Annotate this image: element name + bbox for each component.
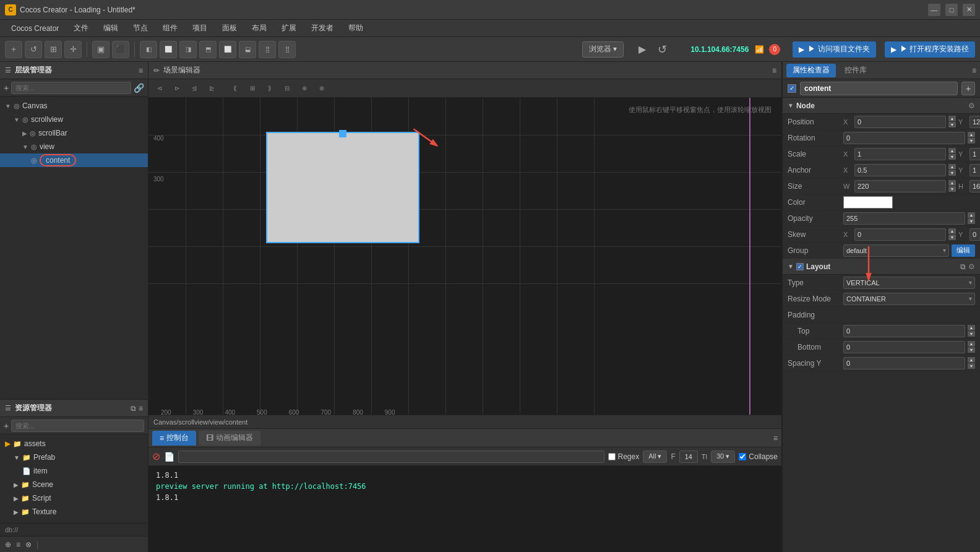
layout-checkbox[interactable]: ✓ — [796, 263, 804, 270]
anchor-x-input[interactable] — [854, 164, 946, 176]
console-file-button[interactable]: 📄 — [164, 452, 174, 462]
size2-button[interactable]: 30 ▾ — [711, 451, 735, 463]
tree-item-view[interactable]: ▼ ◎ view — [0, 140, 148, 153]
padding-top-up[interactable]: ▲ — [968, 325, 975, 330]
position-x-input[interactable] — [854, 116, 946, 128]
refresh-button[interactable]: ↺ — [653, 41, 671, 58]
menu-extend[interactable]: 扩展 — [275, 21, 303, 35]
scene-tool-6[interactable]: ⊞ — [245, 82, 260, 95]
tree-item-content[interactable]: ◎ content — [0, 153, 148, 167]
menu-project[interactable]: 项目 — [186, 21, 213, 35]
toolbar-refresh-button[interactable]: ↺ — [25, 41, 42, 58]
skew-x-down[interactable]: ▼ — [948, 235, 956, 240]
animation-tab[interactable]: 🎞 动画编辑器 — [199, 431, 260, 446]
scene-tool-8[interactable]: ⊟ — [280, 82, 294, 95]
menu-layout[interactable]: 布局 — [246, 21, 273, 35]
inspector-tab-widgets[interactable]: 控件库 — [838, 64, 873, 77]
left-bottom-icon1[interactable]: ⊕ — [5, 540, 11, 549]
anchor-x-up[interactable]: ▲ — [948, 164, 956, 170]
group-dropdown[interactable]: default ▾ — [843, 244, 949, 257]
opacity-input[interactable] — [843, 212, 965, 225]
size-w-input[interactable] — [854, 180, 946, 192]
hierarchy-search-input[interactable] — [11, 82, 131, 94]
assets-item-texture[interactable]: ▶ 📁 Texture — [0, 505, 148, 519]
toolbar-rect-button[interactable]: ▣ — [92, 41, 110, 58]
scene-tool-5[interactable]: ⟪ — [228, 82, 243, 95]
pos-x-up[interactable]: ▲ — [948, 116, 956, 121]
layout-section-gear[interactable]: ⚙ — [968, 262, 975, 271]
skew-x-up[interactable]: ▲ — [948, 228, 956, 234]
assets-item-prefab[interactable]: ▼ 📁 Prefab — [0, 451, 148, 464]
play-button[interactable]: ▶ — [634, 41, 651, 58]
padding-bottom-down[interactable]: ▼ — [968, 347, 975, 353]
scene-menu-icon[interactable]: ≡ — [772, 66, 776, 75]
assets-copy-icon[interactable]: ⧉ — [131, 404, 136, 413]
rotation-input[interactable] — [843, 132, 965, 144]
group-edit-button[interactable]: 编辑 — [952, 244, 975, 257]
menu-edit[interactable]: 编辑 — [97, 21, 124, 35]
size-w-down[interactable]: ▼ — [948, 186, 956, 192]
opacity-down[interactable]: ▼ — [968, 218, 975, 224]
content-rect[interactable] — [266, 132, 419, 243]
toolbar-transform-button[interactable]: ⬛ — [112, 41, 129, 58]
node-checkbox[interactable]: ✓ — [788, 84, 796, 93]
handle-top-center[interactable] — [339, 130, 346, 137]
scene-tool-9[interactable]: ⊕ — [297, 82, 312, 95]
assets-menu-icon[interactable]: ≡ — [139, 404, 143, 413]
regex-check-input[interactable] — [608, 453, 616, 460]
skew-y-input[interactable] — [969, 228, 980, 241]
type-dropdown[interactable]: VERTICAL ▾ — [843, 277, 975, 289]
padding-bottom-up[interactable]: ▲ — [968, 341, 975, 347]
hierarchy-menu-icon[interactable]: ≡ — [139, 66, 143, 75]
toolbar-align-right[interactable]: ◨ — [179, 41, 197, 58]
opacity-up[interactable]: ▲ — [968, 212, 975, 218]
menu-help[interactable]: 帮助 — [342, 21, 369, 35]
anchor-y-input[interactable] — [969, 164, 980, 176]
spacing-y-up[interactable]: ▲ — [968, 357, 975, 363]
hierarchy-add-button[interactable]: + — [4, 83, 9, 93]
visit-project-button[interactable]: ▶ ▶ 访问项目文件夹 — [793, 41, 875, 58]
position-y-input[interactable] — [969, 116, 980, 128]
inspector-menu-icon[interactable]: ≡ — [972, 66, 976, 75]
menu-component[interactable]: 组件 — [157, 21, 184, 35]
browser-button[interactable]: 浏览器 ▾ — [582, 41, 624, 58]
filter-all-button[interactable]: All ▾ — [643, 451, 667, 463]
scene-tool-1[interactable]: ⊲ — [152, 82, 167, 95]
toolbar-distribute-h[interactable]: ⣿ — [259, 41, 276, 58]
open-install-button[interactable]: ▶ ▶ 打开程序安装路径 — [885, 41, 975, 58]
console-tab-active[interactable]: ≡ 控制台 — [152, 431, 196, 446]
scale-x-up[interactable]: ▲ — [948, 148, 956, 153]
tree-item-scrollview[interactable]: ▼ ◎ scrollview — [0, 113, 148, 126]
tree-item-canvas[interactable]: ▼ ◎ Canvas — [0, 99, 148, 113]
size-w-up[interactable]: ▲ — [948, 180, 956, 186]
scene-tool-7[interactable]: ⟫ — [262, 82, 277, 95]
maximize-button[interactable]: □ — [945, 4, 958, 16]
assets-item-scene[interactable]: ▶ 📁 Scene — [0, 478, 148, 491]
toolbar-distribute-v[interactable]: ⣿ — [278, 41, 296, 58]
scene-tool-3[interactable]: ⊴ — [187, 82, 202, 95]
menu-node[interactable]: 节点 — [127, 21, 154, 35]
font-size-input[interactable] — [679, 451, 698, 463]
node-section-gear[interactable]: ⚙ — [968, 101, 975, 110]
toolbar-align-top[interactable]: ⬒ — [199, 41, 217, 58]
tree-item-scrollbar[interactable]: ▶ ◎ scrollBar — [0, 126, 148, 140]
assets-search-input[interactable] — [11, 420, 144, 432]
regex-checkbox[interactable]: Regex — [608, 452, 640, 461]
skew-x-input[interactable] — [854, 228, 946, 241]
menu-panel[interactable]: 面板 — [216, 21, 243, 35]
inspector-tab-properties[interactable]: 属性检查器 — [786, 64, 836, 77]
toolbar-align-left[interactable]: ◧ — [140, 41, 157, 58]
toolbar-add-button[interactable]: + — [5, 41, 22, 58]
scene-tool-4[interactable]: ⊵ — [204, 82, 219, 95]
console-menu-icon[interactable]: ≡ — [773, 434, 778, 442]
scale-y-input[interactable] — [969, 148, 980, 160]
layout-copy-icon[interactable]: ⧉ — [960, 262, 966, 271]
padding-top-input[interactable] — [843, 325, 965, 337]
size-h-input[interactable] — [969, 180, 980, 192]
toolbar-align-bottom[interactable]: ⬓ — [239, 41, 256, 58]
toolbar-grid-button[interactable]: ⊞ — [45, 41, 62, 58]
spacing-y-input[interactable] — [843, 357, 965, 369]
close-button[interactable]: ✕ — [963, 4, 975, 16]
layout-section-header[interactable]: ▼ ✓ Layout ⧉ ⚙ — [783, 259, 980, 275]
scene-canvas-area[interactable]: 使用鼠标右键平移视窗焦点，使用滚轮缩放视图 200 300 400 500 60… — [148, 98, 781, 428]
